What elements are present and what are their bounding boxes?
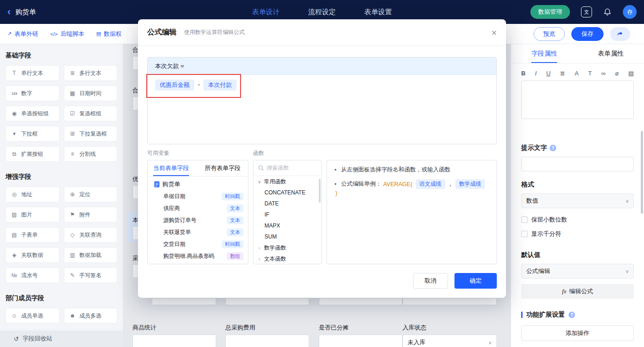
field-item-member-multi[interactable]: ☻成员多选 <box>64 308 118 324</box>
tab-form-design[interactable]: 表单设计 <box>252 8 280 17</box>
function-item-concatenate[interactable]: CONCATENATE <box>253 187 322 198</box>
field-item-extend-button[interactable]: ⧉扩展按钮 <box>6 146 59 162</box>
align-icon[interactable]: ≣ <box>560 70 565 77</box>
data-permission-link[interactable]: ▤ 数据权 <box>96 30 121 38</box>
serial-number-icon: № <box>11 272 18 279</box>
checkbox-keep-decimal[interactable]: 保留小数位数 <box>521 216 634 224</box>
tree-item-document-date[interactable]: 单据日期 时间戳 <box>148 190 248 202</box>
field-item-subform[interactable]: ▤子表单 <box>6 227 59 243</box>
form-field-input[interactable] <box>319 335 402 347</box>
form-external-link[interactable]: ↗ 表单外链 <box>7 30 38 38</box>
checkbox-thousand-separator[interactable]: 显示千分符 <box>521 230 634 238</box>
insert-image-icon[interactable]: ▧ <box>628 70 634 77</box>
function-item-date[interactable]: DATE <box>253 198 322 209</box>
formula-chip-current-payment[interactable]: 本次付款 <box>203 80 236 91</box>
clipped-field-input[interactable] <box>402 298 497 305</box>
function-search-input[interactable]: 搜索函数 <box>253 160 322 176</box>
function-item-mapx[interactable]: MAPX <box>253 220 322 231</box>
field-title-editor[interactable] <box>521 80 634 119</box>
clipped-field-input[interactable] <box>152 298 216 305</box>
field-item-member-single[interactable]: ☺成员单选 <box>6 308 59 324</box>
section-title-enhanced-fields: 增强字段 <box>6 173 117 182</box>
back-icon[interactable]: ‹ <box>7 7 11 17</box>
bell-icon[interactable] <box>603 8 612 17</box>
font-color-icon[interactable]: A <box>575 70 579 77</box>
clipped-field-input[interactable] <box>225 298 309 305</box>
avatar[interactable]: 存 <box>623 5 637 19</box>
format-select[interactable]: 数值 ∨ <box>521 193 634 208</box>
tab-field-properties[interactable]: 字段属性 <box>511 44 578 63</box>
formula-content[interactable]: 优惠后金额 - 本次付款 <box>148 75 496 144</box>
field-item-signature[interactable]: ✎手写签名 <box>64 267 118 283</box>
field-item-data-load[interactable]: ▥数据加载 <box>64 247 118 263</box>
default-value-select[interactable]: 公式编辑 ∨ <box>521 264 634 279</box>
formula-editor[interactable]: 本次欠款 = 优惠后金额 - 本次付款 <box>147 57 497 144</box>
form-field-label: 商品统计 <box>132 324 156 332</box>
tree-item-linked-return-order[interactable]: 关联退货单 文本 <box>148 226 248 238</box>
underline-icon[interactable]: U <box>546 70 550 77</box>
function-group-common[interactable]: ∨ 常用函数 <box>253 176 322 187</box>
font-size-icon[interactable]: T <box>588 70 592 77</box>
function-item-sum[interactable]: SUM <box>253 231 322 242</box>
address-icon: ◎ <box>11 191 18 198</box>
tab-flow-settings[interactable]: 流程设定 <box>308 8 336 17</box>
field-item-linked-data[interactable]: ◈关联数据 <box>6 247 59 263</box>
tab-form-settings[interactable]: 表单设置 <box>364 8 392 17</box>
close-icon[interactable]: × <box>491 28 497 37</box>
save-button[interactable]: 保存 <box>571 27 604 41</box>
field-item-checkbox-group[interactable]: ☑复选框组 <box>64 106 118 121</box>
inventory-status-select[interactable]: 未入库 ∨ <box>402 335 497 347</box>
field-item-dropdown-multi[interactable]: ⊞下拉复选框 <box>64 126 118 142</box>
form-field-input[interactable] <box>132 335 216 347</box>
hint-text-input[interactable] <box>521 157 634 171</box>
translate-icon[interactable]: 文 <box>581 6 592 17</box>
field-item-image[interactable]: ▨图片 <box>6 207 59 222</box>
edit-formula-button[interactable]: fx 编辑公式 <box>521 284 634 299</box>
tab-current-form-fields[interactable]: 当前表单字段 <box>153 160 189 176</box>
bold-icon[interactable]: B <box>521 70 525 77</box>
tab-form-properties[interactable]: 表单属性 <box>578 44 644 63</box>
tree-item-supplier[interactable]: 供应商 文本 <box>148 202 248 214</box>
tab-all-form-fields[interactable]: 所有表单字段 <box>205 160 241 176</box>
tree-item-source-order-no[interactable]: 源购货订单号 文本 <box>148 214 248 226</box>
field-item-divider[interactable]: ≡分割线 <box>64 146 118 162</box>
field-item-serial-number[interactable]: №流水号 <box>6 267 59 283</box>
checkbox-icon[interactable] <box>521 231 528 237</box>
unlink-icon[interactable]: ⌀ <box>615 70 619 77</box>
ok-button[interactable]: 确定 <box>454 273 497 289</box>
field-item-multi-line-text[interactable]: ≣多行文本 <box>64 65 118 81</box>
field-item-location[interactable]: ⊕定位 <box>64 187 118 202</box>
cancel-button[interactable]: 取消 <box>413 273 448 289</box>
help-icon[interactable]: ? <box>569 312 575 318</box>
field-item-dropdown[interactable]: ▾下拉框 <box>6 126 59 142</box>
tree-root-purchase-order[interactable]: 购货单 <box>148 178 248 190</box>
clipped-field-input[interactable] <box>319 298 402 305</box>
field-item-datetime[interactable]: ▦日期时间 <box>64 85 118 101</box>
preview-button[interactable]: 预览 <box>534 27 565 41</box>
backend-script-link[interactable]: </> 后端脚本 <box>50 30 84 38</box>
panel-scrollbar[interactable] <box>641 131 643 214</box>
field-item-single-line-text[interactable]: T单行文本 <box>6 65 59 81</box>
data-manage-button[interactable]: 数据管理 <box>530 5 570 19</box>
checkbox-icon[interactable] <box>521 216 528 223</box>
field-item-linked-query[interactable]: ◇关联查询 <box>64 227 118 243</box>
field-item-radio-group[interactable]: ◉单选按钮组 <box>6 106 59 121</box>
function-list-scrollbar[interactable] <box>319 179 321 203</box>
italic-icon[interactable]: I <box>535 70 537 77</box>
add-action-button[interactable]: 添加操作 <box>521 325 634 341</box>
function-group-text[interactable]: › 文本函数 <box>253 253 322 264</box>
formula-chip-discounted-amount[interactable]: 优惠后金额 <box>155 80 194 91</box>
field-item-attachment[interactable]: ⚑附件 <box>64 207 118 222</box>
hint-text-label: 提示文字 ? <box>521 144 634 152</box>
field-recycle-bin[interactable]: ↺ 字段回收站 <box>0 330 123 347</box>
tree-item-detail-barcode[interactable]: 购货明细.商品条形码 数组 <box>148 250 248 262</box>
link-icon[interactable]: ∞ <box>601 70 605 77</box>
field-item-address[interactable]: ◎地址 <box>6 187 59 202</box>
help-icon[interactable]: ? <box>550 145 556 151</box>
share-button[interactable] <box>610 27 630 41</box>
function-group-math[interactable]: › 数学函数 <box>253 242 322 253</box>
field-item-number[interactable]: 123数字 <box>6 85 59 101</box>
form-field-input[interactable] <box>225 335 309 347</box>
function-item-if[interactable]: IF <box>253 209 322 220</box>
tree-item-delivery-date[interactable]: 交货日期 时间戳 <box>148 238 248 250</box>
